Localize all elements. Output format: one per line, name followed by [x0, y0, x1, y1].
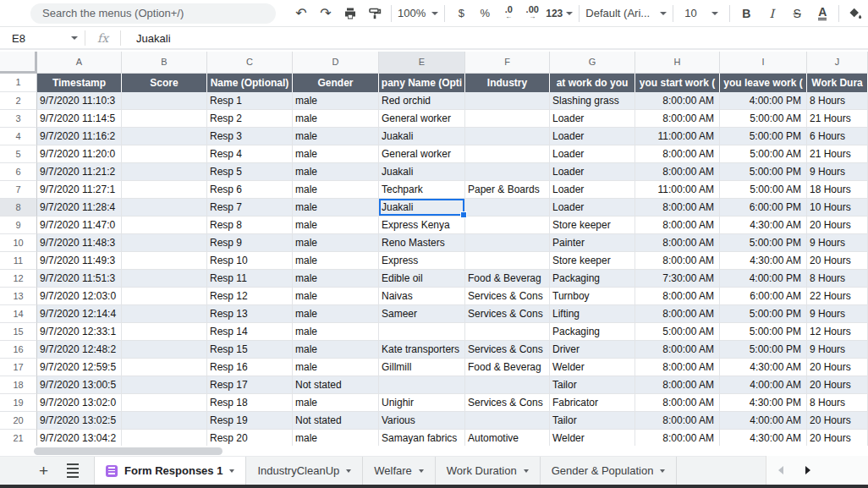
cell[interactable]: 4:00:00 PM [720, 92, 807, 110]
row-header[interactable]: 15 [0, 323, 37, 341]
cell[interactable]: 6:00:00 PM [720, 199, 807, 217]
table-header-cell[interactable]: Industry [465, 74, 550, 92]
text-color-button[interactable]: A [812, 3, 832, 24]
cell[interactable] [122, 359, 207, 376]
cell[interactable]: male [293, 92, 379, 110]
cell[interactable]: 9/7/2020 13:00:5 [37, 376, 122, 394]
cell[interactable]: male [293, 199, 379, 217]
cell[interactable]: 9/7/2020 11:14:5 [37, 110, 122, 128]
cell[interactable]: male [293, 430, 379, 446]
column-header[interactable]: D [293, 52, 379, 74]
cell[interactable]: 9/7/2020 11:27:1 [37, 181, 122, 199]
cell[interactable]: 8:00:00 AM [635, 412, 720, 430]
cell[interactable]: 8:00:00 AM [635, 305, 720, 323]
cell[interactable]: male [293, 163, 379, 181]
cell[interactable]: male [293, 217, 379, 234]
row-header[interactable]: 4 [0, 128, 37, 145]
cell[interactable]: Slashing grass [550, 92, 635, 110]
cell[interactable] [465, 128, 550, 145]
cell[interactable]: male [293, 305, 379, 323]
cell[interactable]: Resp 12 [207, 288, 293, 305]
cell[interactable]: Express Kenya [379, 217, 465, 234]
cell[interactable]: Loader [550, 145, 635, 163]
column-header[interactable]: A [37, 52, 122, 74]
cell[interactable]: 20 Hours [807, 359, 868, 376]
cell[interactable]: 8:00:00 AM [635, 110, 720, 128]
row-header[interactable]: 18 [0, 376, 37, 394]
cell[interactable]: 9/7/2020 12:48:2 [37, 341, 122, 359]
cell[interactable]: 5:00:00 PM [720, 163, 807, 181]
cell[interactable]: 6:00:00 AM [720, 288, 807, 305]
cell[interactable]: Loader [550, 110, 635, 128]
sheet-tab[interactable]: Work Duration [436, 457, 541, 485]
cell[interactable]: 9 Hours [807, 234, 868, 252]
table-header-cell[interactable]: Gender [293, 74, 379, 92]
cell[interactable]: Lifting [550, 305, 635, 323]
cell[interactable]: 11:00:00 AM [635, 181, 720, 199]
row-header[interactable]: 7 [0, 181, 37, 199]
cell[interactable] [122, 181, 207, 199]
cell[interactable]: Welder [550, 430, 635, 446]
cell[interactable]: 5:00:00 AM [635, 323, 720, 341]
column-header[interactable]: C [207, 52, 293, 74]
cell[interactable]: 7:30:00 AM [635, 270, 720, 288]
cell[interactable]: 20 Hours [807, 252, 868, 270]
cell[interactable]: male [293, 128, 379, 145]
cell[interactable] [465, 145, 550, 163]
cell[interactable]: Services & Cons [465, 341, 550, 359]
font-family-select[interactable]: Default (Ari... [585, 7, 667, 19]
column-header[interactable]: J [807, 52, 868, 74]
cell[interactable]: 8:00:00 AM [635, 217, 720, 234]
cell[interactable]: Naivas [379, 288, 465, 305]
cell[interactable] [465, 163, 550, 181]
cell[interactable]: male [293, 341, 379, 359]
sheet-tab[interactable]: Form Responses 1 [94, 457, 246, 485]
cell[interactable]: Resp 17 [207, 376, 293, 394]
redo-button[interactable]: ↷ [316, 3, 336, 24]
cell[interactable]: Services & Cons [465, 305, 550, 323]
cell[interactable] [122, 412, 207, 430]
horizontal-scrollbar-thumb[interactable] [34, 447, 222, 455]
table-header-cell[interactable]: you leave work ( [720, 74, 807, 92]
cell[interactable]: male [293, 145, 379, 163]
cell[interactable]: 20 Hours [807, 376, 868, 394]
table-header-cell[interactable]: pany Name (Opti [379, 74, 465, 92]
cell[interactable]: 8:00:00 AM [635, 341, 720, 359]
sheet-tab[interactable]: Welfare [363, 457, 436, 485]
cell[interactable]: 8 Hours [807, 92, 868, 110]
cell[interactable]: Kate transporters [379, 341, 465, 359]
row-header[interactable]: 11 [0, 252, 37, 270]
cell[interactable]: Express [379, 252, 465, 270]
table-header-cell[interactable]: Name (Optional) [207, 74, 293, 92]
cell[interactable]: 22 Hours [807, 288, 868, 305]
row-header[interactable]: 19 [0, 394, 37, 412]
cell[interactable]: Not stated [293, 376, 379, 394]
cell[interactable]: 9/7/2020 12:03:0 [37, 288, 122, 305]
cell[interactable]: 5:00:00 PM [720, 305, 807, 323]
cell[interactable]: Loader [550, 199, 635, 217]
cell[interactable]: 9/7/2020 11:21:2 [37, 163, 122, 181]
cell[interactable]: Reno Masters [379, 234, 465, 252]
row-header[interactable]: 13 [0, 288, 37, 305]
cell[interactable]: Resp 13 [207, 305, 293, 323]
cell[interactable] [122, 252, 207, 270]
cell[interactable]: Welder [550, 359, 635, 376]
cell[interactable]: Resp 15 [207, 341, 293, 359]
cell[interactable]: 9 Hours [807, 305, 868, 323]
zoom-select[interactable]: 100% [398, 7, 438, 19]
cell[interactable]: Packaging [550, 323, 635, 341]
cell[interactable]: 11:00:00 AM [635, 128, 720, 145]
cell[interactable]: 9 Hours [807, 163, 868, 181]
row-header[interactable]: 17 [0, 359, 37, 376]
cell[interactable]: 5:00:00 PM [720, 128, 807, 145]
cell[interactable] [379, 376, 465, 394]
row-header[interactable]: 8 [0, 199, 37, 217]
cell[interactable]: Tailor [550, 412, 635, 430]
cell[interactable] [122, 145, 207, 163]
cell[interactable]: 9/7/2020 11:48:3 [37, 234, 122, 252]
table-header-cell[interactable]: Timestamp [37, 74, 122, 92]
cell[interactable]: Techpark [379, 181, 465, 199]
cell[interactable]: 5:00:00 AM [720, 181, 807, 199]
cell[interactable]: Unighir [379, 394, 465, 412]
cell[interactable]: Resp 3 [207, 128, 293, 145]
